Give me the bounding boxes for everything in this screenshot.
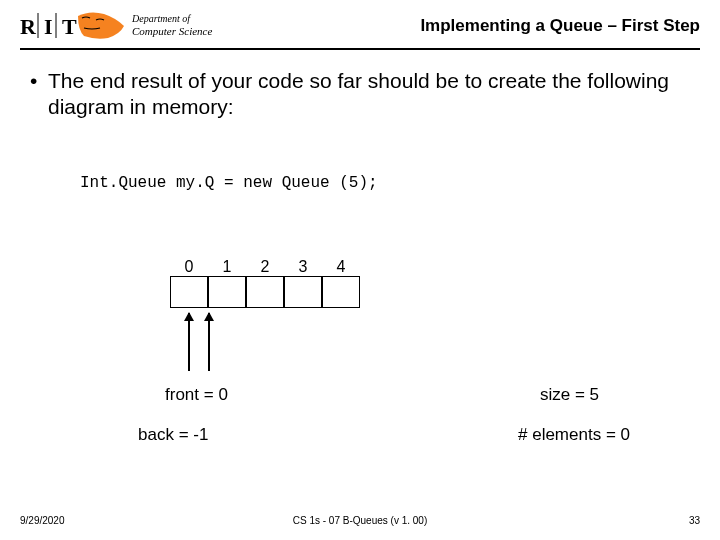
footer-center: CS 1s - 07 B-Queues (v 1. 00) [0, 515, 720, 526]
index-cell: 4 [322, 258, 360, 276]
back-arrow-icon [208, 313, 210, 371]
array-cell [170, 276, 208, 308]
svg-text:Computer Science: Computer Science [132, 25, 212, 37]
array-cell [284, 276, 322, 308]
footer-page-number: 33 [689, 515, 700, 526]
front-label: front = 0 [165, 385, 228, 405]
index-cell: 0 [170, 258, 208, 276]
svg-text:Department of: Department of [131, 13, 191, 24]
index-cell: 3 [284, 258, 322, 276]
array-cell [208, 276, 246, 308]
slide: R I T Department of Computer Science Imp… [0, 0, 720, 540]
size-label: size = 5 [540, 385, 599, 405]
index-cell: 1 [208, 258, 246, 276]
code-line: Int.Queue my.Q = new Queue (5); [80, 174, 378, 192]
array-cell [246, 276, 284, 308]
svg-text:T: T [62, 14, 77, 39]
slide-title: Implementing a Queue – First Step [420, 16, 700, 36]
index-cell: 2 [246, 258, 284, 276]
front-arrow-icon [188, 313, 190, 371]
array-indices: 0 1 2 3 4 [170, 258, 360, 276]
array-diagram: 0 1 2 3 4 [170, 258, 360, 308]
back-label: back = -1 [138, 425, 208, 445]
slide-header: R I T Department of Computer Science Imp… [20, 8, 700, 50]
array-cell [322, 276, 360, 308]
svg-text:R: R [20, 14, 37, 39]
svg-text:I: I [44, 14, 53, 39]
elements-label: # elements = 0 [518, 425, 630, 445]
array-cells [170, 276, 360, 308]
bullet-text: The end result of your code so far shoul… [48, 68, 680, 121]
rit-logo: R I T Department of Computer Science [20, 8, 215, 44]
